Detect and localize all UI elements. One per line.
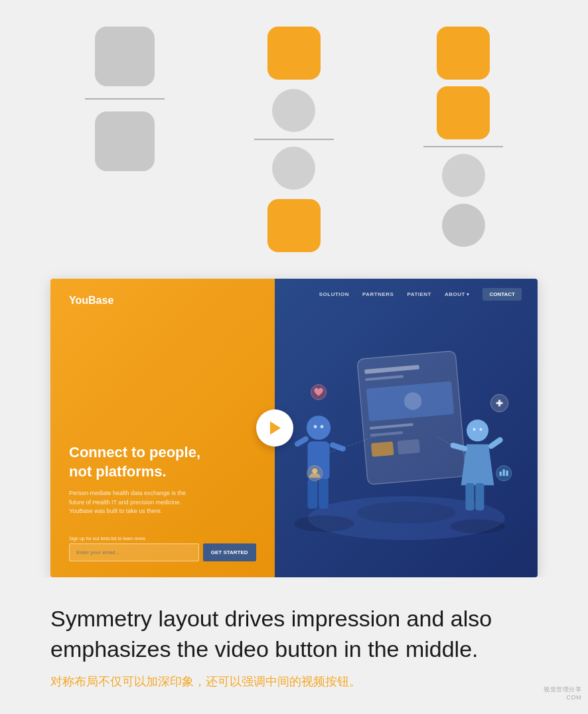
svg-rect-30 xyxy=(499,472,501,476)
middle-circle1 xyxy=(272,89,315,132)
svg-point-39 xyxy=(356,502,455,524)
svg-rect-12 xyxy=(293,435,309,448)
svg-point-38 xyxy=(450,520,505,534)
svg-rect-14 xyxy=(307,478,317,508)
mockup-logo: YouBase xyxy=(69,295,256,307)
svg-point-24 xyxy=(479,428,482,431)
mockup-cta-button[interactable]: GET STARTED xyxy=(203,543,256,561)
svg-point-18 xyxy=(467,419,488,441)
svg-rect-8 xyxy=(371,441,394,457)
left-column xyxy=(85,27,165,171)
middle-top-shape xyxy=(267,27,321,80)
svg-point-16 xyxy=(313,425,317,428)
mockup-email-label: Sign up for out beta list to learn more. xyxy=(69,536,256,541)
main-heading: Symmetry layout drives impression and al… xyxy=(50,604,538,665)
nav-partners[interactable]: PARTNERS xyxy=(362,291,394,297)
play-icon xyxy=(270,421,281,435)
heading-line2: emphasizes the video button in the middl… xyxy=(50,636,478,662)
nav-patient[interactable]: PATIENT xyxy=(407,291,431,297)
left-divider xyxy=(85,98,165,100)
nav-contact[interactable]: CONTACT xyxy=(482,288,522,301)
nav-solution[interactable]: SOLUTION xyxy=(319,291,349,297)
right-column xyxy=(423,27,503,247)
right-divider xyxy=(423,146,503,147)
mockup-hero-heading: Connect to people,not platforms. xyxy=(69,443,256,481)
svg-rect-32 xyxy=(506,470,508,476)
mockup-right-panel: SOLUTION PARTNERS PATIENT ABOUT ▾ CONTAC… xyxy=(275,279,538,577)
svg-rect-31 xyxy=(502,469,504,476)
mockup-email-input[interactable] xyxy=(69,543,199,561)
middle-column xyxy=(254,27,334,252)
svg-point-10 xyxy=(307,415,331,439)
right-top-shape xyxy=(437,27,490,80)
middle-circle2 xyxy=(272,147,315,190)
heading-line1: Symmetry layout drives impression and al… xyxy=(50,606,492,631)
right-circle2 xyxy=(442,204,485,247)
nav-about[interactable]: ABOUT ▾ xyxy=(445,291,469,297)
right-mid-shape xyxy=(437,86,490,139)
text-section: Symmetry layout drives impression and al… xyxy=(0,577,588,711)
left-bottom-shape xyxy=(95,111,155,171)
svg-point-17 xyxy=(320,425,323,428)
iso-illustration xyxy=(275,310,538,562)
svg-rect-21 xyxy=(465,483,474,510)
play-button[interactable] xyxy=(256,409,293,447)
middle-divider xyxy=(254,139,334,140)
svg-point-23 xyxy=(473,428,475,431)
about-chevron-icon: ▾ xyxy=(467,292,470,297)
website-mockup: YouBase Connect to people,not platforms.… xyxy=(50,279,538,577)
middle-bottom-shape xyxy=(267,199,321,252)
svg-rect-22 xyxy=(475,483,484,510)
mockup-inner: YouBase Connect to people,not platforms.… xyxy=(50,279,538,577)
mockup-nav: SOLUTION PARTNERS PATIENT ABOUT ▾ CONTAC… xyxy=(275,279,538,310)
mockup-left-panel: YouBase Connect to people,not platforms.… xyxy=(50,279,275,577)
svg-rect-9 xyxy=(397,439,420,455)
shapes-section xyxy=(0,0,588,265)
svg-rect-27 xyxy=(498,400,500,407)
right-circle1 xyxy=(442,154,485,197)
svg-rect-15 xyxy=(319,478,329,508)
mockup-sub-text: Person-mediate health data exchange is t… xyxy=(69,489,256,516)
svg-point-37 xyxy=(294,516,354,532)
left-top-shape xyxy=(95,27,155,86)
svg-rect-13 xyxy=(329,441,346,452)
chinese-text: 对称布局不仅可以加深印象，还可以强调中间的视频按钮。 xyxy=(50,673,538,691)
svg-rect-20 xyxy=(487,436,504,450)
mockup-email-row: GET STARTED xyxy=(69,543,256,561)
svg-point-34 xyxy=(312,468,317,474)
